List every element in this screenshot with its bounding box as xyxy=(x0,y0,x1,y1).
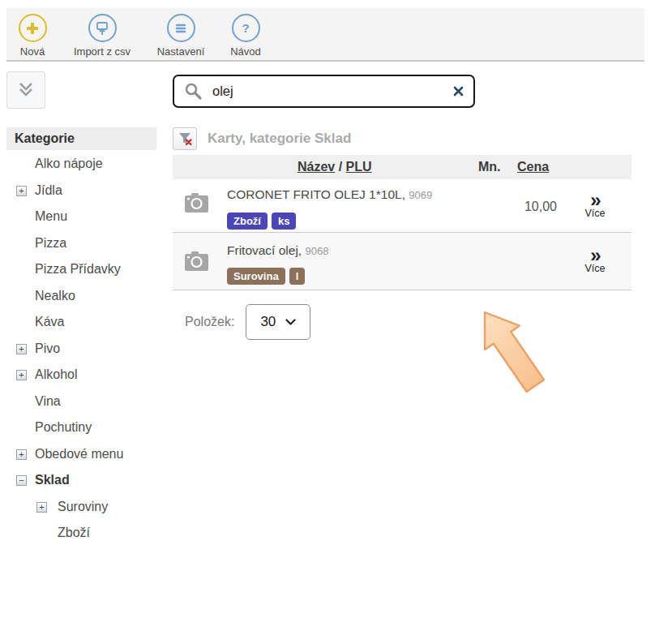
sidebar-item-pizza-pridavky[interactable]: Pizza Přídavky xyxy=(0,256,167,283)
import-csv-button[interactable]: Import z csv xyxy=(62,14,143,58)
sidebar-item-label: Pochutiny xyxy=(35,420,92,434)
card-plu: 9069 xyxy=(409,189,432,201)
sort-by-price-link[interactable]: Cena xyxy=(517,155,549,179)
more-label: Více xyxy=(571,263,619,274)
card-name: CORONET FRITO OLEJ 1*10L, 9069 xyxy=(227,187,432,202)
monitor-upload-icon xyxy=(88,14,117,42)
sidebar-item-kava[interactable]: Káva xyxy=(0,309,167,336)
sidebar-item-pivo[interactable]: +Pivo xyxy=(0,336,167,363)
page-title: Karty, kategorie Sklad xyxy=(208,131,351,147)
sort-by-plu-link[interactable]: PLU xyxy=(346,160,372,174)
sidebar-item-label: Zboží xyxy=(58,526,90,539)
tree-expand-icon[interactable]: + xyxy=(36,502,47,513)
sidebar-item-label: Nealko xyxy=(35,289,75,303)
categories-header: Kategorie xyxy=(6,127,156,150)
double-chevron-down-icon xyxy=(15,81,36,99)
badge-list: Surovina l xyxy=(227,268,305,285)
tree-expand-icon[interactable]: + xyxy=(16,370,27,380)
search-input[interactable] xyxy=(211,83,445,100)
unit-badge: ks xyxy=(272,213,296,230)
question-icon: ? xyxy=(232,14,260,42)
sidebar-item-pochutiny[interactable]: Pochutiny xyxy=(0,414,167,441)
collapse-tree-button[interactable] xyxy=(6,71,45,109)
sidebar-item-nealko[interactable]: Nealko xyxy=(0,283,167,310)
sidebar-item-jidla[interactable]: +Jídla xyxy=(0,178,167,204)
sidebar-item-alkohol[interactable]: +Alkohol xyxy=(0,362,167,389)
sidebar-item-label: Sklad xyxy=(35,473,70,487)
plus-icon xyxy=(19,14,47,42)
table-row[interactable]: Fritovací olej, 9068 Surovina l » Více xyxy=(173,233,631,290)
tree-expand-icon[interactable]: + xyxy=(16,344,27,354)
clear-search-icon[interactable] xyxy=(453,86,464,97)
camera-placeholder-icon xyxy=(185,192,208,213)
menu-lines-icon xyxy=(167,14,195,42)
more-link[interactable]: » Více xyxy=(571,246,619,274)
sort-by-name-link[interactable]: Název xyxy=(298,160,335,174)
sidebar-item-label: Suroviny xyxy=(58,500,108,513)
sidebar-item-label: Pizza xyxy=(35,236,66,250)
help-label: Návod xyxy=(205,45,286,58)
more-link[interactable]: » Více xyxy=(571,191,619,219)
sidebar-item-label: Obedové menu xyxy=(35,447,123,461)
sidebar-item-label: Pivo xyxy=(35,341,60,355)
sidebar-item-suroviny[interactable]: +Suroviny xyxy=(0,494,167,521)
unit-badge: l xyxy=(289,268,306,285)
search-icon xyxy=(184,82,203,101)
items-per-page-label: Položek: xyxy=(185,315,234,329)
remove-filter-button[interactable] xyxy=(173,127,197,150)
card-price: 10,00 xyxy=(476,200,557,214)
table-row[interactable]: CORONET FRITO OLEJ 1*10L, 9069 Zboží ks … xyxy=(173,179,631,233)
sidebar-item-label: Káva xyxy=(35,315,64,328)
sidebar-item-vina[interactable]: Vina xyxy=(0,389,167,415)
import-csv-label: Import z csv xyxy=(62,45,143,58)
category-tree: Alko nápoje +Jídla Menu Pizza Pizza Příd… xyxy=(0,151,167,547)
svg-text:?: ? xyxy=(242,21,249,35)
sidebar-item-pizza[interactable]: Pizza xyxy=(0,230,167,257)
tree-expand-icon[interactable]: + xyxy=(16,449,27,460)
sidebar-item-label: Menu xyxy=(35,209,67,223)
category-badge: Surovina xyxy=(227,268,285,285)
badge-list: Zboží ks xyxy=(227,213,296,230)
card-name-text: Fritovací olej, xyxy=(227,243,302,257)
chevron-down-icon xyxy=(285,319,296,325)
items-per-page-value: 30 xyxy=(260,314,276,330)
sidebar-item-alko-napoje[interactable]: Alko nápoje xyxy=(0,151,167,178)
help-button[interactable]: ? Návod xyxy=(205,14,286,58)
more-label: Více xyxy=(571,208,619,219)
category-badge: Zboží xyxy=(227,213,268,230)
sidebar-item-label: Alkohol xyxy=(35,367,77,381)
filter-bar: Karty, kategorie Sklad xyxy=(173,127,351,151)
pager: Položek: 30 xyxy=(185,304,310,340)
card-plu: 9068 xyxy=(305,245,328,257)
table-header-row: Název / PLU Mn. Cena xyxy=(173,155,631,179)
tree-collapse-icon[interactable]: − xyxy=(16,475,27,486)
sidebar-item-obedove-menu[interactable]: +Obedové menu xyxy=(0,441,167,468)
sidebar-item-menu[interactable]: Menu xyxy=(0,204,167,230)
arrow-cursor-graphic xyxy=(475,306,556,402)
sidebar-item-label: Vina xyxy=(35,394,61,408)
toolbar: Nová Import z csv Nastavení ? Návod xyxy=(6,8,644,62)
sidebar-item-sklad[interactable]: −Sklad xyxy=(0,467,167,494)
tree-expand-icon[interactable]: + xyxy=(16,186,27,196)
sidebar-item-zbozi[interactable]: Zboží xyxy=(0,520,167,547)
card-name-text: CORONET FRITO OLEJ 1*10L, xyxy=(227,187,405,201)
sidebar-item-label: Jídla xyxy=(35,183,62,197)
filter-remove-icon xyxy=(177,131,193,147)
header-separator: / xyxy=(335,160,345,174)
sidebar-item-label: Pizza Přídavky xyxy=(35,262,121,276)
sidebar-item-label: Alko nápoje xyxy=(35,157,103,170)
items-per-page-select[interactable]: 30 xyxy=(246,304,310,340)
search-box xyxy=(173,75,475,108)
column-header-name-plu: Název / PLU xyxy=(298,155,372,179)
camera-placeholder-icon xyxy=(185,251,208,271)
column-header-qty: Mn. xyxy=(478,155,501,179)
cards-table: Název / PLU Mn. Cena CORONET FRITO OLEJ … xyxy=(173,155,631,290)
card-name: Fritovací olej, 9068 xyxy=(227,243,328,258)
